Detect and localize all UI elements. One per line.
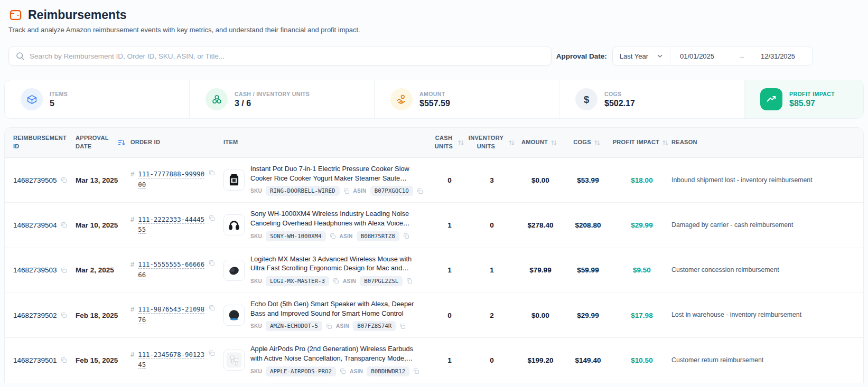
column-header-approval-date[interactable]: APPROVAL DATE — [76, 134, 130, 151]
trending-up-icon — [760, 88, 782, 110]
asin-label: ASIN — [353, 188, 367, 194]
metric-label: AMOUNT — [419, 91, 450, 97]
column-header-order-id: ORDER ID — [130, 138, 223, 147]
column-label: AMOUNT — [521, 138, 548, 147]
copy-icon[interactable] — [403, 233, 409, 239]
column-label: ORDER ID — [130, 138, 160, 147]
item-title[interactable]: Instant Pot Duo 7-in-1 Electric Pressure… — [250, 164, 424, 183]
metric-value: $557.59 — [419, 99, 450, 108]
sku-chip: AMZN-ECHODOT-5 — [266, 321, 322, 331]
order-id-link[interactable]: 111-9876543-2109876 — [138, 305, 205, 325]
date-end-input[interactable]: 12/31/2025 — [761, 52, 803, 60]
profit-impact-value: $10.50 — [612, 356, 671, 364]
asin-label: ASIN — [336, 323, 349, 329]
approval-date: Feb 15, 2025 — [76, 356, 130, 364]
column-header-cogs[interactable]: COGS — [564, 138, 612, 147]
reason-text: Customer concession reimbursement — [671, 266, 863, 275]
airpods-image[interactable] — [223, 350, 245, 371]
page-header: Reimbursements Track and analyze Amazon … — [0, 0, 868, 34]
amount-value: $0.00 — [517, 176, 564, 184]
mouse-image[interactable] — [223, 260, 245, 281]
column-header-inventory-units[interactable]: INVENTORY UNITS — [466, 134, 517, 151]
copy-icon[interactable] — [61, 177, 67, 183]
hash-icon: # — [130, 350, 134, 360]
order-id-link[interactable]: 111-2345678-9012345 — [138, 350, 205, 371]
profit-impact-value: $17.98 — [612, 312, 671, 319]
copy-icon[interactable] — [61, 312, 67, 318]
asin-chip: B07FZ8S74R — [353, 321, 396, 331]
amount-value: $199.20 — [517, 356, 564, 364]
headphones-image[interactable] — [223, 214, 245, 235]
amount-value: $79.99 — [517, 266, 564, 274]
sort-desc-icon — [118, 139, 125, 146]
coins-icon — [206, 88, 228, 110]
copy-icon[interactable] — [326, 323, 332, 329]
metric-card-items: ITEMS 5 — [5, 80, 189, 118]
inventory-units-value: 0 — [466, 221, 517, 229]
item-title[interactable]: Apple AirPods Pro (2nd Generation) Wirel… — [250, 344, 424, 363]
copy-icon[interactable] — [340, 368, 346, 374]
order-id-link[interactable]: 111-5555555-6666666 — [138, 260, 205, 280]
metric-label: PROFIT IMPACT — [789, 91, 835, 97]
asin-chip: B07PGL2ZSL — [360, 276, 403, 286]
column-header-cash-units[interactable]: CASH UNITS — [433, 134, 466, 151]
copy-icon[interactable] — [209, 350, 215, 356]
cogs-value: $53.99 — [564, 176, 612, 184]
search-input[interactable] — [30, 52, 544, 60]
sku-label: SKU — [250, 323, 262, 329]
inventory-units-value: 3 — [466, 176, 517, 184]
reason-text: Inbound shipment lost - inventory reimbu… — [671, 176, 863, 185]
copy-icon[interactable] — [413, 368, 419, 374]
copy-icon[interactable] — [330, 233, 336, 239]
reimbursement-id: 14682739505 — [13, 176, 57, 184]
sort-updown-icon — [508, 139, 515, 146]
table-row: 14682739503 Mar 2, 2025 # 111-5555555-66… — [5, 248, 863, 293]
table-row: 14682739501 Feb 15, 2025 # 111-2345678-9… — [5, 338, 863, 383]
arrow-right-icon: → — [738, 52, 745, 60]
echo-dot-image[interactable] — [223, 305, 245, 326]
page-subtitle: Track and analyze Amazon reimbursement e… — [8, 26, 860, 34]
date-start-input[interactable]: 01/01/2025 — [680, 52, 722, 60]
cash-units-value: 0 — [433, 312, 466, 319]
metric-label: ITEMS — [50, 91, 68, 97]
metric-value: $85.97 — [789, 99, 835, 108]
metric-label: CASH / INVENTORY UNITS — [235, 91, 310, 97]
asin-chip: B0BDHWDR12 — [367, 366, 409, 376]
reason-text: Customer return reimbursement — [671, 356, 863, 365]
copy-icon[interactable] — [399, 323, 406, 329]
item-title[interactable]: Echo Dot (5th Gen) Smart Speaker with Al… — [250, 299, 424, 318]
copy-icon[interactable] — [406, 278, 413, 284]
copy-icon[interactable] — [61, 357, 67, 363]
table-row: 14682739505 Mar 13, 2025 # 111-7777888-9… — [5, 158, 863, 203]
reimbursement-id: 14682739504 — [13, 221, 57, 229]
copy-icon[interactable] — [61, 267, 67, 273]
asin-label: ASIN — [343, 278, 356, 284]
copy-icon[interactable] — [209, 305, 215, 311]
column-header-profit-impact[interactable]: PROFIT IMPACT — [612, 138, 671, 147]
copy-icon[interactable] — [209, 260, 215, 266]
search-icon — [16, 52, 25, 61]
copy-icon[interactable] — [333, 278, 339, 284]
item-title[interactable]: Sony WH-1000XM4 Wireless Industry Leadin… — [250, 209, 424, 228]
copy-icon[interactable] — [343, 188, 350, 194]
date-range-preset-select[interactable]: Last Year — [613, 46, 670, 65]
metric-value: $502.17 — [604, 99, 635, 108]
order-id-link[interactable]: 111-7777888-9999000 — [138, 169, 205, 190]
item-title[interactable]: Logitech MX Master 3 Advanced Wireless M… — [250, 254, 424, 273]
cogs-value: $149.40 — [564, 356, 612, 364]
instant-pot-image[interactable] — [223, 169, 245, 191]
sku-label: SKU — [250, 188, 262, 194]
copy-icon[interactable] — [209, 169, 215, 176]
sku-label: SKU — [250, 369, 262, 374]
order-id-link[interactable]: 111-2222333-4444555 — [138, 215, 205, 235]
column-header-amount[interactable]: AMOUNT — [517, 138, 564, 147]
copy-icon[interactable] — [417, 188, 423, 194]
approval-date-label: Approval Date: — [556, 52, 607, 60]
sku-chip: APPLE-AIRPODS-PRO2 — [266, 366, 336, 376]
profit-impact-value: $9.50 — [612, 266, 671, 274]
copy-icon[interactable] — [209, 215, 215, 221]
copy-icon[interactable] — [61, 222, 67, 228]
column-label: INVENTORY UNITS — [466, 134, 506, 151]
sort-updown-icon — [594, 139, 601, 146]
sku-label: SKU — [250, 278, 262, 284]
